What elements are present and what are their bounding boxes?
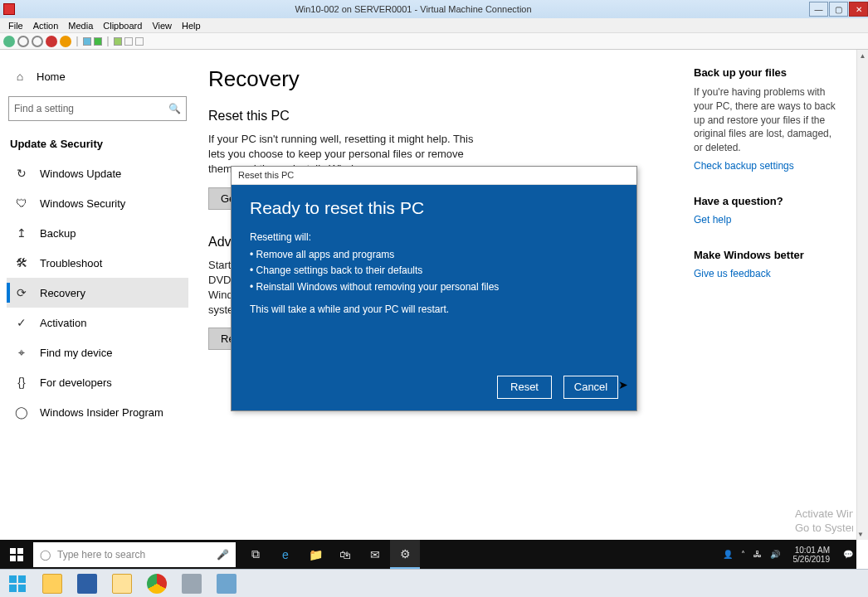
tray-network-icon[interactable]: 🖧 — [753, 550, 762, 559]
menu-file[interactable]: File — [3, 21, 28, 31]
page-title: Recovery — [208, 66, 690, 92]
home-icon: ⌂ — [13, 70, 27, 83]
taskbar-store-icon[interactable]: 🛍 — [330, 540, 360, 569]
menu-view[interactable]: View — [147, 21, 177, 31]
sync-icon: ↻ — [15, 167, 28, 180]
svg-rect-1 — [17, 548, 23, 554]
host-server-manager-icon[interactable] — [174, 570, 209, 598]
svg-rect-2 — [10, 556, 16, 561]
taskbar-settings-icon[interactable]: ⚙ — [390, 540, 420, 569]
toolbar-ctrl-alt-del-icon[interactable] — [3, 36, 15, 47]
sidebar-item-windows-security[interactable]: 🛡Windows Security — [7, 188, 188, 218]
svg-rect-4 — [9, 575, 17, 583]
activation-watermark: Activate Windows Go to System in Control… — [795, 507, 853, 536]
windows-icon — [10, 548, 23, 561]
sidebar-item-troubleshoot[interactable]: 🛠Troubleshoot — [7, 248, 188, 278]
tray-notifications-icon[interactable]: 💬 — [843, 550, 853, 559]
toolbar-pause-icon[interactable] — [83, 37, 91, 46]
backup-icon: ↥ — [15, 226, 28, 240]
feedback-link[interactable]: Give us feedback — [694, 268, 843, 279]
toolbar-turnoff-icon[interactable] — [32, 36, 43, 47]
dialog-note: This will take a while and your PC will … — [250, 303, 449, 315]
menu-action[interactable]: Action — [28, 21, 64, 31]
taskbar-explorer-icon[interactable]: 📁 — [300, 540, 330, 569]
dialog-frame-title: Reset this PC — [232, 167, 636, 185]
toolbar-separator — [107, 36, 109, 46]
host-powershell-icon[interactable] — [70, 570, 105, 598]
taskbar-mail-icon[interactable]: ✉ — [360, 540, 390, 569]
toolbar-save-icon[interactable] — [60, 36, 71, 47]
toolbar-revert-icon[interactable] — [124, 37, 133, 46]
sidebar-item-insider[interactable]: ◯Windows Insider Program — [7, 397, 188, 427]
dialog-intro: Resetting will: — [250, 231, 311, 243]
sidebar-home[interactable]: ⌂ Home — [7, 65, 188, 88]
insider-icon: ◯ — [15, 405, 28, 419]
toolbar-start-icon[interactable] — [17, 36, 29, 47]
sidebar-item-windows-update[interactable]: ↻Windows Update — [7, 158, 188, 188]
task-view-icon[interactable]: ⧉ — [241, 540, 271, 569]
mic-icon[interactable]: 🎤 — [217, 549, 229, 561]
tray-clock[interactable]: 10:01 AM 5/26/2019 — [788, 546, 836, 564]
tray-volume-icon[interactable]: 🔊 — [770, 550, 780, 559]
sidebar-item-activation[interactable]: ✓Activation — [7, 308, 188, 337]
vm-menubar: File Action Media Clipboard View Help — [0, 18, 868, 33]
dialog-heading: Ready to reset this PC — [250, 198, 618, 218]
sidebar-category: Update & Security — [7, 133, 188, 158]
host-taskbar — [0, 569, 868, 597]
question-heading: Have a question? — [694, 195, 843, 207]
vm-close-button[interactable]: ✕ — [849, 2, 868, 17]
code-icon: {} — [15, 376, 28, 389]
toolbar-checkpoint-icon[interactable] — [114, 37, 122, 46]
dialog-bullet: Reinstall Windows without removing your … — [250, 279, 618, 295]
svg-rect-5 — [18, 575, 26, 583]
search-icon: 🔍 — [168, 103, 181, 114]
toolbar-reset-icon[interactable] — [94, 37, 102, 46]
cortana-icon: ◯ — [40, 549, 51, 561]
host-start-button[interactable] — [0, 570, 35, 598]
sidebar-item-backup[interactable]: ↥Backup — [7, 218, 188, 248]
vm-titlebar: Win10-002 on SERVER0001 - Virtual Machin… — [0, 0, 868, 18]
sidebar-search-input[interactable]: Find a setting 🔍 — [8, 96, 187, 121]
tools-icon: 🛠 — [15, 256, 28, 269]
dialog-cancel-button[interactable]: Cancel — [563, 376, 618, 399]
host-hyperv-icon[interactable] — [209, 570, 244, 598]
dialog-bullet: Remove all apps and programs — [250, 247, 618, 263]
backup-link[interactable]: Check backup settings — [694, 160, 843, 172]
menu-help[interactable]: Help — [177, 21, 206, 31]
home-label: Home — [37, 70, 66, 83]
guest-taskbar: ◯ Type here to search 🎤 ⧉ e 📁 🛍 ✉ ⚙ 👤 ˄ … — [0, 540, 856, 569]
dialog-reset-button[interactable]: Reset — [497, 376, 552, 399]
scroll-up-icon[interactable]: ▲ — [857, 50, 868, 61]
taskbar-edge-icon[interactable]: e — [271, 540, 300, 569]
shield-icon: 🛡 — [15, 197, 28, 210]
taskbar-search-input[interactable]: ◯ Type here to search 🎤 — [33, 542, 236, 567]
toolbar-enhanced-icon[interactable] — [135, 37, 144, 46]
start-button[interactable] — [0, 548, 33, 561]
tray-up-icon[interactable]: ˄ — [741, 550, 745, 559]
host-chrome-icon[interactable] — [139, 570, 174, 598]
vm-minimize-button[interactable]: — — [809, 2, 828, 17]
menu-clipboard[interactable]: Clipboard — [98, 21, 147, 31]
menu-media[interactable]: Media — [63, 21, 98, 31]
recovery-icon: ⟳ — [15, 286, 28, 299]
tray-people-icon[interactable]: 👤 — [723, 550, 733, 559]
vm-title-text: Win10-002 on SERVER0001 - Virtual Machin… — [18, 4, 808, 14]
help-link[interactable]: Get help — [694, 214, 843, 226]
backup-heading: Back up your files — [694, 66, 843, 79]
svg-rect-3 — [17, 556, 23, 561]
sidebar-item-find-device[interactable]: ⌖Find my device — [7, 337, 188, 367]
feedback-heading: Make Windows better — [694, 249, 843, 261]
svg-rect-0 — [10, 548, 16, 554]
toolbar-separator — [76, 36, 78, 46]
reset-dialog: Reset this PC Ready to reset this PC Res… — [231, 166, 637, 411]
scroll-down-icon[interactable]: ▼ — [857, 528, 864, 540]
settings-sidebar: ⌂ Home Find a setting 🔍 Update & Securit… — [0, 50, 195, 569]
sidebar-item-developers[interactable]: {}For developers — [7, 367, 188, 397]
toolbar-shutdown-icon[interactable] — [46, 36, 57, 47]
vertical-scrollbar[interactable]: ▲ ▼ — [856, 50, 868, 540]
backup-text: If you're having problems with your PC, … — [694, 85, 843, 155]
vm-maximize-button[interactable]: ▢ — [829, 2, 848, 17]
host-folder-icon[interactable] — [105, 570, 139, 598]
sidebar-item-recovery[interactable]: ⟳Recovery — [7, 278, 188, 308]
host-explorer-icon[interactable] — [35, 570, 70, 598]
